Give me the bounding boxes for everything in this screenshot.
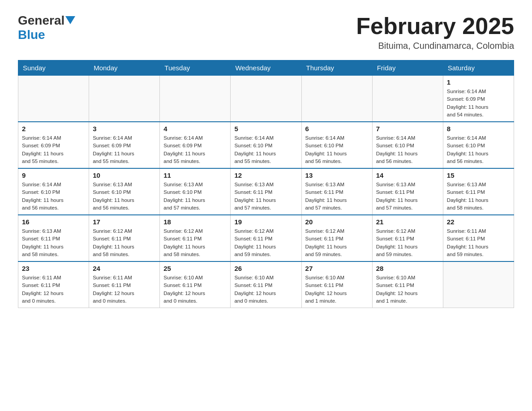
day-info: Sunrise: 6:13 AM Sunset: 6:11 PM Dayligh…	[305, 181, 369, 212]
day-number: 27	[305, 265, 369, 272]
day-info: Sunrise: 6:12 AM Sunset: 6:11 PM Dayligh…	[305, 227, 369, 258]
calendar-cell: 15Sunrise: 6:13 AM Sunset: 6:11 PM Dayli…	[443, 168, 514, 215]
day-info: Sunrise: 6:11 AM Sunset: 6:11 PM Dayligh…	[93, 274, 156, 305]
day-info: Sunrise: 6:12 AM Sunset: 6:11 PM Dayligh…	[376, 227, 439, 258]
day-info: Sunrise: 6:13 AM Sunset: 6:10 PM Dayligh…	[93, 181, 156, 212]
calendar-cell: 11Sunrise: 6:13 AM Sunset: 6:10 PM Dayli…	[160, 168, 231, 215]
calendar-cell: 2Sunrise: 6:14 AM Sunset: 6:09 PM Daylig…	[18, 122, 89, 168]
calendar-cell: 8Sunrise: 6:14 AM Sunset: 6:10 PM Daylig…	[443, 122, 514, 168]
day-info: Sunrise: 6:14 AM Sunset: 6:10 PM Dayligh…	[234, 134, 297, 165]
calendar-cell: 4Sunrise: 6:14 AM Sunset: 6:09 PM Daylig…	[160, 122, 231, 168]
day-number: 10	[93, 171, 156, 179]
day-number: 16	[22, 218, 85, 226]
calendar-cell: 9Sunrise: 6:14 AM Sunset: 6:10 PM Daylig…	[18, 168, 89, 215]
day-info: Sunrise: 6:10 AM Sunset: 6:11 PM Dayligh…	[376, 274, 439, 305]
day-info: Sunrise: 6:14 AM Sunset: 6:09 PM Dayligh…	[22, 134, 85, 165]
calendar-title: February 2025	[356, 13, 514, 39]
logo-general-text: General	[18, 13, 64, 28]
day-number: 9	[22, 171, 85, 179]
day-number: 6	[305, 125, 369, 133]
day-number: 21	[376, 218, 439, 226]
calendar-cell	[160, 76, 231, 122]
day-number: 24	[93, 265, 156, 272]
calendar-cell	[231, 76, 301, 122]
calendar-cell: 7Sunrise: 6:14 AM Sunset: 6:10 PM Daylig…	[372, 122, 443, 168]
day-number: 12	[234, 171, 297, 179]
calendar-cell: 27Sunrise: 6:10 AM Sunset: 6:11 PM Dayli…	[301, 261, 372, 308]
calendar-cell: 28Sunrise: 6:10 AM Sunset: 6:11 PM Dayli…	[372, 261, 443, 308]
calendar-cell: 12Sunrise: 6:13 AM Sunset: 6:11 PM Dayli…	[231, 168, 301, 215]
logo: General Blue	[18, 13, 75, 42]
calendar-cell: 5Sunrise: 6:14 AM Sunset: 6:10 PM Daylig…	[231, 122, 301, 168]
day-number: 19	[234, 218, 297, 226]
day-info: Sunrise: 6:13 AM Sunset: 6:11 PM Dayligh…	[22, 227, 85, 258]
calendar-cell: 22Sunrise: 6:11 AM Sunset: 6:11 PM Dayli…	[443, 215, 514, 261]
calendar-cell: 19Sunrise: 6:12 AM Sunset: 6:11 PM Dayli…	[231, 215, 301, 261]
day-number: 14	[376, 171, 439, 179]
day-info: Sunrise: 6:14 AM Sunset: 6:09 PM Dayligh…	[447, 88, 510, 119]
calendar-cell: 1Sunrise: 6:14 AM Sunset: 6:09 PM Daylig…	[443, 76, 514, 122]
day-info: Sunrise: 6:14 AM Sunset: 6:09 PM Dayligh…	[163, 134, 227, 165]
day-number: 11	[163, 171, 227, 179]
logo-blue-text: Blue	[18, 28, 45, 42]
weekday-header-monday: Monday	[89, 60, 160, 76]
calendar-week-row: 9Sunrise: 6:14 AM Sunset: 6:10 PM Daylig…	[18, 168, 514, 215]
calendar-cell: 20Sunrise: 6:12 AM Sunset: 6:11 PM Dayli…	[301, 215, 372, 261]
day-info: Sunrise: 6:11 AM Sunset: 6:11 PM Dayligh…	[447, 227, 510, 258]
title-area: February 2025 Bituima, Cundinamarca, Col…	[356, 13, 514, 51]
day-number: 20	[305, 218, 369, 226]
calendar-cell: 16Sunrise: 6:13 AM Sunset: 6:11 PM Dayli…	[18, 215, 89, 261]
day-info: Sunrise: 6:14 AM Sunset: 6:10 PM Dayligh…	[305, 134, 369, 165]
calendar-cell: 3Sunrise: 6:14 AM Sunset: 6:09 PM Daylig…	[89, 122, 160, 168]
day-number: 26	[234, 265, 297, 272]
logo-arrow-icon	[65, 16, 75, 26]
calendar-cell: 6Sunrise: 6:14 AM Sunset: 6:10 PM Daylig…	[301, 122, 372, 168]
calendar-cell	[372, 76, 443, 122]
calendar-week-row: 16Sunrise: 6:13 AM Sunset: 6:11 PM Dayli…	[18, 215, 514, 261]
day-info: Sunrise: 6:14 AM Sunset: 6:10 PM Dayligh…	[376, 134, 439, 165]
day-number: 2	[22, 125, 85, 133]
calendar-cell: 14Sunrise: 6:13 AM Sunset: 6:11 PM Dayli…	[372, 168, 443, 215]
day-number: 4	[163, 125, 227, 133]
day-info: Sunrise: 6:12 AM Sunset: 6:11 PM Dayligh…	[93, 227, 156, 258]
day-number: 25	[163, 265, 227, 272]
calendar-cell	[89, 76, 160, 122]
day-info: Sunrise: 6:13 AM Sunset: 6:10 PM Dayligh…	[163, 181, 227, 212]
calendar-week-row: 2Sunrise: 6:14 AM Sunset: 6:09 PM Daylig…	[18, 122, 514, 168]
day-info: Sunrise: 6:13 AM Sunset: 6:11 PM Dayligh…	[376, 181, 439, 212]
weekday-header-wednesday: Wednesday	[231, 60, 301, 76]
day-number: 3	[93, 125, 156, 133]
day-info: Sunrise: 6:12 AM Sunset: 6:11 PM Dayligh…	[234, 227, 297, 258]
day-info: Sunrise: 6:13 AM Sunset: 6:11 PM Dayligh…	[234, 181, 297, 212]
day-info: Sunrise: 6:10 AM Sunset: 6:11 PM Dayligh…	[305, 274, 369, 305]
svg-marker-0	[65, 16, 75, 24]
weekday-header-sunday: Sunday	[18, 60, 89, 76]
day-info: Sunrise: 6:14 AM Sunset: 6:10 PM Dayligh…	[447, 134, 510, 165]
day-info: Sunrise: 6:13 AM Sunset: 6:11 PM Dayligh…	[447, 181, 510, 212]
calendar-cell: 17Sunrise: 6:12 AM Sunset: 6:11 PM Dayli…	[89, 215, 160, 261]
calendar-cell	[301, 76, 372, 122]
day-info: Sunrise: 6:14 AM Sunset: 6:10 PM Dayligh…	[22, 181, 85, 212]
weekday-header-thursday: Thursday	[301, 60, 372, 76]
calendar-week-row: 1Sunrise: 6:14 AM Sunset: 6:09 PM Daylig…	[18, 76, 514, 122]
page-header: General Blue February 2025 Bituima, Cund…	[18, 13, 514, 51]
calendar-subtitle: Bituima, Cundinamarca, Colombia	[356, 41, 514, 51]
day-number: 8	[447, 125, 510, 133]
calendar-cell: 25Sunrise: 6:10 AM Sunset: 6:11 PM Dayli…	[160, 261, 231, 308]
day-info: Sunrise: 6:11 AM Sunset: 6:11 PM Dayligh…	[22, 274, 85, 305]
weekday-header-tuesday: Tuesday	[160, 60, 231, 76]
calendar-cell: 10Sunrise: 6:13 AM Sunset: 6:10 PM Dayli…	[89, 168, 160, 215]
day-number: 7	[376, 125, 439, 133]
calendar-week-row: 23Sunrise: 6:11 AM Sunset: 6:11 PM Dayli…	[18, 261, 514, 308]
calendar-cell: 23Sunrise: 6:11 AM Sunset: 6:11 PM Dayli…	[18, 261, 89, 308]
calendar-header-row: SundayMondayTuesdayWednesdayThursdayFrid…	[18, 60, 514, 76]
day-number: 28	[376, 265, 439, 272]
day-number: 1	[447, 78, 510, 86]
calendar-cell: 24Sunrise: 6:11 AM Sunset: 6:11 PM Dayli…	[89, 261, 160, 308]
day-number: 22	[447, 218, 510, 226]
day-info: Sunrise: 6:12 AM Sunset: 6:11 PM Dayligh…	[163, 227, 227, 258]
day-number: 23	[22, 265, 85, 272]
day-number: 5	[234, 125, 297, 133]
calendar-cell	[18, 76, 89, 122]
calendar-table: SundayMondayTuesdayWednesdayThursdayFrid…	[18, 60, 514, 308]
